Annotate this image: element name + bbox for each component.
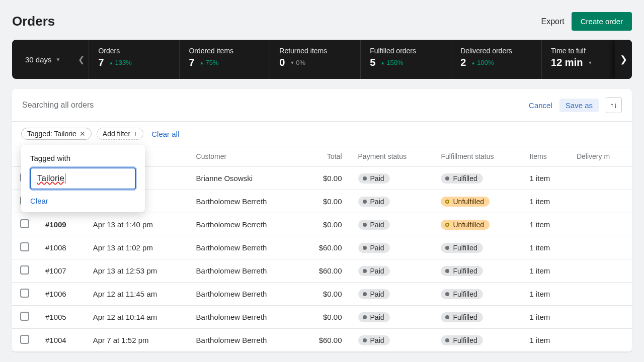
metric-label: Delivered orders [460,47,532,55]
fulfillment-badge: Fulfilled [441,173,482,184]
order-customer: Bartholomew Berreth [188,236,300,259]
order-total: $0.00 [300,283,350,306]
metric-label: Orders [98,47,170,55]
table-row[interactable]: #1004 Apr 7 at 1:52 pm Bartholomew Berre… [12,329,632,352]
col-items[interactable]: Items [521,146,569,167]
status-dot-icon [363,246,367,250]
order-date: Apr 12 at 11:45 am [85,283,188,306]
row-checkbox[interactable] [20,335,29,344]
order-total: $0.00 [300,306,350,329]
order-items: 1 item [521,190,569,213]
order-total: $0.00 [300,213,350,236]
table-row[interactable]: #1009 Apr 13 at 1:40 pm Bartholomew Berr… [12,213,632,236]
status-dot-icon [363,315,367,319]
status-dot-icon [445,338,449,342]
metric-cell[interactable]: Ordered items 7▲75% [179,40,270,79]
metrics-prev-button[interactable]: ❮ [73,40,89,79]
tag-filter-label: Tagged: Tailorie [27,130,76,138]
fulfillment-badge: Fulfilled [441,289,482,299]
table-row[interactable]: #1007 Apr 13 at 12:53 pm Bartholomew Ber… [12,259,632,283]
order-id: #1008 [37,236,85,259]
table-row[interactable]: #1006 Apr 12 at 11:45 am Bartholomew Ber… [12,283,632,306]
order-total: $0.00 [300,167,350,190]
search-row: Searching all orders Cancel Save as ↑↓ [12,89,632,122]
plus-icon: + [133,130,137,138]
sort-button[interactable]: ↑↓ [606,97,622,113]
orders-card: Searching all orders Cancel Save as ↑↓ T… [12,89,632,352]
col-fulfillment[interactable]: Fulfillment status [433,146,521,167]
metric-value: 12 min [551,57,583,68]
order-id: #1007 [37,259,85,283]
order-date: Apr 13 at 12:53 pm [85,259,188,283]
col-payment[interactable]: Payment status [350,146,433,167]
table-row[interactable]: #1005 Apr 12 at 10:14 am Bartholomew Ber… [12,306,632,329]
clear-all-button[interactable]: Clear all [151,130,179,138]
order-items: 1 item [521,306,569,329]
save-as-button[interactable]: Save as [559,99,599,112]
order-id: #1006 [37,283,85,306]
fulfillment-badge: Fulfilled [441,266,482,276]
metrics-bar: 30 days ▼ ❮ Orders 7▲133%Ordered items 7… [12,40,632,79]
order-items: 1 item [521,259,569,283]
metric-delta: ▲75% [200,59,219,66]
order-customer: Bartholomew Berreth [188,329,300,352]
caret-up-icon: ▲ [109,60,114,65]
order-date: Apr 13 at 1:02 pm [85,236,188,259]
metrics-next-button[interactable]: ❯ [615,40,632,79]
order-id: #1005 [37,306,85,329]
status-dot-icon [445,315,449,319]
caret-flat-icon: ▼ [290,60,294,65]
tag-filter-input[interactable]: Tailorie [30,167,136,190]
popover-label: Tagged with [30,154,136,162]
payment-badge: Paid [358,266,390,276]
cancel-button[interactable]: Cancel [529,101,552,110]
status-dot-icon [445,176,449,180]
metric-cell[interactable]: Delivered orders 2▲100% [451,40,541,79]
row-checkbox[interactable] [20,289,29,298]
metric-cell[interactable]: Orders 7▲133% [89,40,179,79]
table-row[interactable]: #1008 Apr 13 at 1:02 pm Bartholomew Berr… [12,236,632,259]
payment-badge: Paid [358,335,390,345]
order-total: $60.00 [300,329,350,352]
col-total[interactable]: Total [300,146,350,167]
close-icon[interactable]: ✕ [79,130,86,138]
row-checkbox[interactable] [20,265,29,275]
col-customer[interactable]: Customer [188,146,300,167]
metric-label: Fulfilled orders [370,47,442,55]
payment-badge: Paid [358,312,390,322]
metric-cell[interactable]: Returned items 0▼0% [270,40,360,79]
metric-delta: ▲133% [109,59,132,66]
tag-filter-chip[interactable]: Tagged: Tailorie ✕ [21,128,92,140]
order-total: $60.00 [300,236,350,259]
row-checkbox[interactable] [20,219,29,228]
popover-clear-button[interactable]: Clear [30,197,48,205]
payment-badge: Paid [358,197,390,207]
create-order-button[interactable]: Create order [572,12,632,31]
metric-value: 0 [279,57,285,68]
date-range-selector[interactable]: 30 days ▼ [12,40,73,79]
metric-cell[interactable]: Fulfilled orders 5▲150% [360,40,451,79]
status-dot-icon [445,200,449,204]
order-customer: Bartholomew Berreth [188,283,300,306]
status-dot-icon [363,223,367,227]
col-delivery[interactable]: Delivery m [569,146,632,167]
add-filter-label: Add filter [103,130,130,138]
add-filter-button[interactable]: Add filter + [97,128,143,140]
row-checkbox[interactable] [20,242,29,251]
fulfillment-badge: Fulfilled [441,335,482,345]
text-cursor [65,173,65,184]
row-checkbox[interactable] [20,312,29,321]
order-items: 1 item [521,283,569,306]
order-total: $60.00 [300,259,350,283]
tag-filter-popover: Tagged with Tailorie Clear [21,145,145,212]
caret-down-icon: ▼ [56,57,61,62]
status-dot-icon [363,292,367,296]
filter-row: Tagged: Tailorie ✕ Add filter + Clear al… [12,122,632,146]
status-dot-icon [445,292,449,296]
status-dot-icon [363,338,367,342]
order-customer: Bartholomew Berreth [188,213,300,236]
metric-value: 5 [370,57,375,68]
caret-up-icon: ▲ [471,60,475,65]
export-button[interactable]: Export [541,17,565,26]
metric-value: 2 [460,57,466,68]
